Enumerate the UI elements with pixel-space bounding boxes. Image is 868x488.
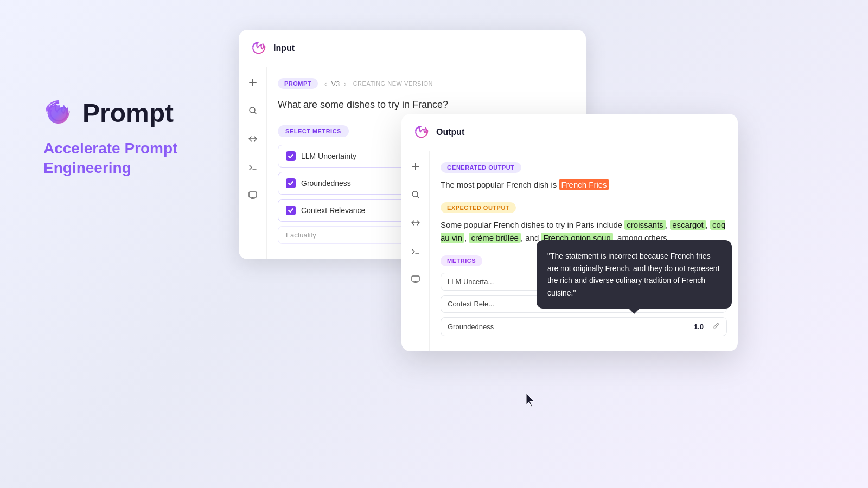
metric-checkbox-llm[interactable] bbox=[286, 151, 296, 161]
brand-subtitle: Accelerate Prompt Engineering bbox=[43, 139, 177, 178]
svg-line-12 bbox=[417, 196, 419, 198]
output-panel-body: GENERATED OUTPUT The most popular French… bbox=[401, 151, 738, 351]
tooltip-bubble: "The statement is incorrect because Fren… bbox=[537, 240, 732, 309]
expected-output-badge: EXPECTED OUTPUT bbox=[441, 202, 516, 213]
brand-icon bbox=[43, 98, 74, 128]
output-sidebar-add-icon[interactable] bbox=[407, 158, 424, 175]
sidebar-compare-icon[interactable] bbox=[244, 130, 261, 147]
metric-row-groundedness: Groundedness 1.0 "The statement is incor… bbox=[441, 317, 727, 336]
output-sidebar-compare-icon[interactable] bbox=[407, 214, 424, 232]
svg-line-4 bbox=[254, 112, 256, 114]
svg-rect-14 bbox=[412, 276, 419, 281]
version-label: V3 bbox=[331, 80, 340, 88]
metric-row-llm-label: LLM Uncerta... bbox=[448, 278, 494, 286]
metrics-display-label: METRICS bbox=[441, 255, 482, 266]
metric-label-llm: LLM Uncertainty bbox=[301, 152, 356, 160]
brand-title: Prompt bbox=[82, 98, 174, 128]
panel-logo-output bbox=[412, 124, 430, 141]
output-panel-title: Output bbox=[436, 127, 464, 137]
prev-version-btn[interactable]: ‹ bbox=[324, 80, 327, 88]
highlight-creme: crème brûlée bbox=[469, 233, 521, 243]
edit-icon[interactable] bbox=[712, 322, 720, 331]
output-sidebar-search-icon[interactable] bbox=[407, 186, 424, 203]
sidebar-monitor-icon[interactable] bbox=[244, 187, 261, 204]
metric-checkbox-groundedness[interactable] bbox=[286, 178, 296, 188]
output-sidebar-monitor-icon[interactable] bbox=[407, 271, 424, 288]
sidebar-search-icon[interactable] bbox=[244, 102, 261, 119]
generated-output-badge: GENERATED OUTPUT bbox=[441, 162, 521, 173]
prompt-badge: PROMPT bbox=[278, 78, 318, 89]
input-sidebar bbox=[239, 67, 267, 259]
output-sidebar-terminal-icon[interactable] bbox=[407, 242, 424, 260]
output-panel: Output GENERATED OU bbox=[401, 114, 738, 351]
creating-status: CREATING NEW VERSION bbox=[353, 80, 433, 87]
version-nav: ‹ V3 › bbox=[324, 80, 347, 88]
highlight-escargot: escargot bbox=[670, 220, 706, 230]
brand-logo: Prompt bbox=[43, 98, 177, 128]
metric-label-groundedness: Groundedness bbox=[301, 179, 351, 188]
metric-label-factuality: Factuality bbox=[286, 231, 316, 239]
input-question: What are some dishes to try in France? bbox=[278, 98, 575, 112]
select-metrics-label: SELECT METRICS bbox=[278, 125, 349, 137]
generated-output-text: The most popular French dish is French F… bbox=[441, 178, 727, 191]
input-panel-header: Input bbox=[239, 30, 586, 67]
metric-row-context-label: Context Rele... bbox=[448, 300, 494, 308]
output-content: GENERATED OUTPUT The most popular French… bbox=[430, 151, 738, 351]
mouse-cursor bbox=[525, 393, 536, 408]
metric-checkbox-context[interactable] bbox=[286, 206, 296, 215]
panel-logo-input bbox=[250, 40, 267, 57]
metrics-display: METRICS LLM Uncerta... Context Rele... G… bbox=[441, 255, 727, 336]
expected-output-section: EXPECTED OUTPUT Some popular French dish… bbox=[441, 202, 727, 245]
french-fries-highlight: French Fries bbox=[559, 179, 609, 190]
branding-section: Prompt Accelerate Prompt Engineering bbox=[43, 98, 177, 178]
input-panel-title: Input bbox=[273, 43, 295, 53]
generated-output-section: GENERATED OUTPUT The most popular French… bbox=[441, 162, 727, 191]
output-sidebar bbox=[401, 151, 430, 351]
svg-rect-6 bbox=[249, 192, 257, 197]
highlight-croissants: croissants bbox=[624, 220, 666, 230]
output-panel-header: Output bbox=[401, 114, 738, 151]
input-toolbar: PROMPT ‹ V3 › CREATING NEW VERSION bbox=[278, 78, 575, 89]
metric-row-groundedness-label: Groundedness bbox=[448, 323, 494, 331]
sidebar-terminal-icon[interactable] bbox=[244, 158, 261, 176]
sidebar-add-icon[interactable] bbox=[244, 74, 261, 91]
groundedness-score: 1.0 bbox=[694, 323, 704, 331]
metric-label-context: Context Relevance bbox=[301, 206, 365, 215]
next-version-btn[interactable]: › bbox=[344, 80, 346, 88]
